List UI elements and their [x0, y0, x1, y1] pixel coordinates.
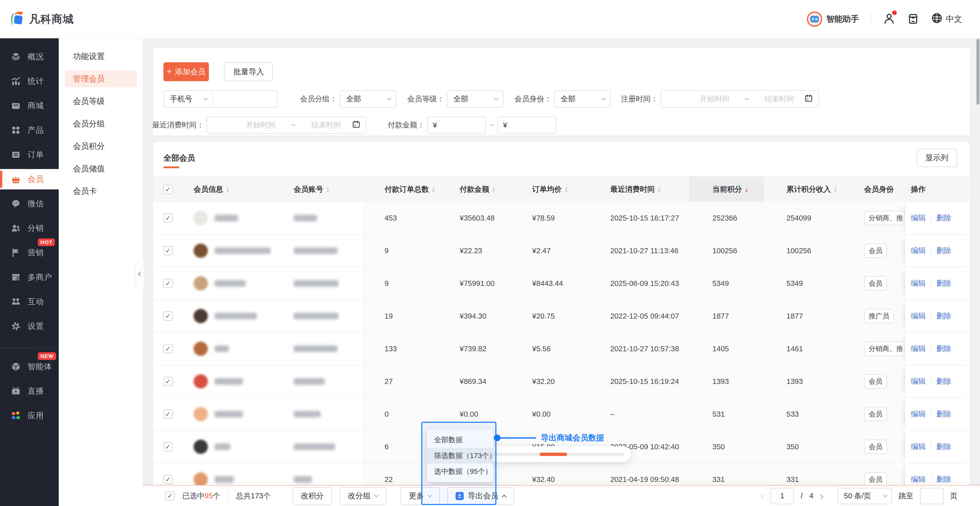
column-header-会员信息[interactable]: 会员信息▲▼ — [176, 177, 270, 202]
row-checkbox[interactable]: ✓ — [164, 344, 173, 353]
delete-link[interactable]: 删除 — [936, 376, 951, 387]
payment-amount-max-input[interactable]: ¥ — [497, 116, 556, 134]
delete-link[interactable]: 删除 — [936, 344, 951, 354]
more-button[interactable]: 更多 — [401, 487, 440, 505]
submenu-item-功能设置[interactable]: 功能设置 — [65, 48, 137, 65]
sidebar-item-统计[interactable]: 统计 — [0, 71, 59, 91]
delete-link[interactable]: 删除 — [936, 311, 951, 321]
sort-arrows-icon[interactable]: ▲▼ — [492, 186, 496, 193]
payment-amount-min-input[interactable]: ¥ — [427, 116, 486, 134]
submenu-item-会员卡[interactable]: 会员卡 — [65, 183, 137, 200]
add-member-button[interactable]: + 添加会员 — [164, 62, 209, 81]
sidebar-item-微信[interactable]: 微信 — [0, 194, 59, 214]
register-time-range[interactable]: 开始时间 ~ 结束时间 — [660, 91, 819, 108]
sort-arrows-icon[interactable]: ▲▼ — [564, 186, 568, 193]
select-all-checkbox[interactable]: ✓ — [165, 492, 175, 501]
phone-filter-input[interactable] — [213, 95, 277, 103]
sort-arrows-icon[interactable]: ▲▼ — [834, 186, 837, 193]
top-header: 凡科商城 智能助手 中文 — [0, 0, 980, 38]
export-option-全部数据[interactable]: 全部数据 — [427, 432, 493, 448]
delete-link[interactable]: 删除 — [936, 409, 951, 419]
row-checkbox[interactable]: ✓ — [164, 213, 173, 223]
page-size-select[interactable]: 50 条/页 — [838, 488, 892, 504]
sidebar-item-直播[interactable]: 直播 — [0, 381, 59, 401]
edit-link[interactable]: 编辑 — [911, 213, 926, 223]
last-consume-time-range[interactable]: 开始时间 ~ 结束时间 — [207, 116, 366, 134]
change-points-button[interactable]: 改积分 — [293, 487, 332, 505]
sidebar-item-概况[interactable]: 概况 — [0, 46, 59, 67]
batch-import-button[interactable]: 批量导入 — [225, 62, 273, 81]
row-checkbox[interactable]: ✓ — [164, 312, 173, 321]
identity-badge: 分销商、推广员 — [864, 342, 903, 356]
sidebar-item-订单[interactable]: 订单 — [0, 145, 59, 165]
sort-arrows-icon[interactable]: ▲▼ — [326, 186, 330, 193]
sort-arrows-icon[interactable]: ▲▼ — [431, 186, 436, 193]
member-identity-select[interactable]: 全部 — [554, 91, 611, 108]
next-page-icon[interactable]: › — [820, 491, 824, 501]
submenu-item-会员积分[interactable]: 会员积分 — [65, 138, 137, 155]
sidebar-item-会员[interactable]: 会员 — [0, 169, 59, 189]
edit-link[interactable]: 编辑 — [911, 376, 926, 387]
delete-link[interactable]: 删除 — [936, 278, 951, 288]
delete-link[interactable]: 删除 — [936, 213, 951, 223]
edit-link[interactable]: 编辑 — [911, 442, 926, 452]
header-select-all-checkbox[interactable]: ✓ — [164, 185, 173, 194]
cell-action: 编辑删除 — [905, 202, 970, 234]
row-checkbox[interactable]: ✓ — [164, 409, 173, 419]
delete-link[interactable]: 删除 — [936, 474, 951, 485]
submenu-item-会员等级[interactable]: 会员等级 — [65, 93, 137, 110]
sidebar-item-商城[interactable]: 商城 — [0, 95, 59, 116]
jump-page-input[interactable] — [920, 488, 943, 504]
column-header-付款金额[interactable]: 付款金额▲▼ — [439, 177, 511, 202]
export-option-筛选数据（173个）[interactable]: 筛选数据（173个） — [427, 448, 493, 464]
column-header-订单均价[interactable]: 订单均价▲▼ — [511, 177, 587, 202]
sidebar-item-产品[interactable]: 产品 — [0, 120, 59, 140]
member-level-select[interactable]: 全部 — [447, 91, 504, 108]
change-group-button[interactable]: 改分组 — [340, 487, 386, 505]
delete-link[interactable]: 删除 — [936, 246, 951, 256]
store-button[interactable] — [907, 13, 919, 26]
tab-all-members[interactable]: 全部会员 — [164, 153, 195, 163]
column-header-付款订单总数[interactable]: 付款订单总数▲▼ — [363, 177, 439, 202]
app-logo[interactable]: 凡科商城 — [9, 11, 74, 28]
sidebar-item-互动[interactable]: 互动 — [0, 291, 59, 312]
submenu-item-管理会员[interactable]: 管理会员 — [65, 70, 137, 87]
sort-arrows-icon[interactable]: ▲▼ — [745, 186, 749, 193]
column-header-累计积分收入[interactable]: 累计积分收入▲▼ — [764, 177, 843, 202]
show-columns-button[interactable]: 显示列 — [917, 149, 957, 167]
sidebar-item-应用[interactable]: 应用 — [0, 406, 59, 426]
assistant-button[interactable]: 智能助手 — [807, 11, 859, 27]
delete-link[interactable]: 删除 — [936, 442, 951, 452]
sidebar-item-多商户[interactable]: 多商户 — [0, 267, 59, 288]
row-checkbox[interactable]: ✓ — [164, 246, 173, 255]
member-group-select[interactable]: 全部 — [340, 91, 396, 108]
sidebar-item-设置[interactable]: 设置 — [0, 316, 59, 336]
sort-arrows-icon[interactable]: ▲▼ — [226, 186, 230, 193]
window-scrollbar-thumb[interactable] — [977, 39, 980, 105]
column-header-会员账号[interactable]: 会员账号▲▼ — [270, 177, 363, 202]
edit-link[interactable]: 编辑 — [911, 311, 926, 321]
submenu-item-会员分组[interactable]: 会员分组 — [65, 115, 137, 132]
phone-filter-select[interactable]: 手机号 — [164, 91, 213, 107]
edit-link[interactable]: 编辑 — [911, 278, 926, 288]
sidebar-item-分销[interactable]: 分销 — [0, 218, 59, 239]
row-checkbox[interactable]: ✓ — [164, 475, 173, 484]
row-checkbox[interactable]: ✓ — [164, 377, 173, 386]
edit-link[interactable]: 编辑 — [911, 474, 926, 485]
row-checkbox[interactable]: ✓ — [164, 442, 173, 451]
edit-link[interactable]: 编辑 — [911, 344, 926, 354]
column-header-当前积分[interactable]: 当前积分▲▼ — [689, 177, 764, 202]
sort-arrows-icon[interactable]: ▲▼ — [657, 186, 661, 193]
submenu-item-会员储值[interactable]: 会员储值 — [65, 160, 137, 177]
column-header-最近消费时间[interactable]: 最近消费时间▲▼ — [587, 177, 689, 202]
edit-link[interactable]: 编辑 — [911, 246, 926, 256]
current-page-input[interactable]: 1 — [770, 488, 794, 504]
prev-page-icon[interactable]: ‹ — [760, 491, 764, 501]
account-button[interactable] — [883, 13, 895, 26]
export-member-button[interactable]: 导出会员 — [447, 487, 514, 505]
edit-link[interactable]: 编辑 — [911, 409, 926, 419]
row-checkbox[interactable]: ✓ — [164, 279, 173, 288]
language-switcher[interactable]: 中文 — [931, 12, 962, 26]
collapse-menu-handle[interactable] — [135, 259, 143, 288]
export-option-选中数据（95个）[interactable]: 选中数据（95个） — [427, 464, 493, 479]
